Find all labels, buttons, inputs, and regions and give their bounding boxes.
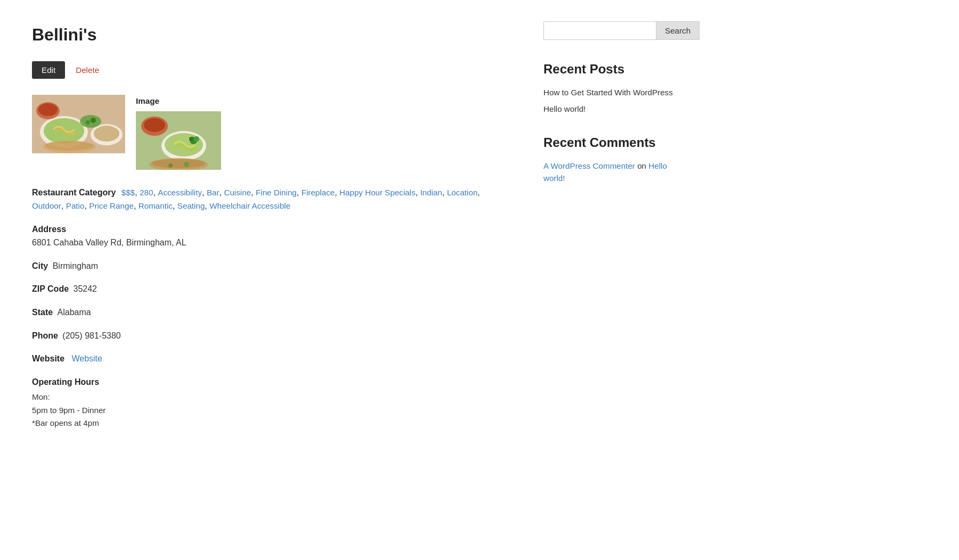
recent-post-link[interactable]: Hello world!	[543, 103, 682, 116]
image-section: Image	[136, 95, 221, 169]
city-section: City Birmingham	[32, 259, 511, 273]
category-tag[interactable]: 280	[140, 188, 153, 197]
state-value: Alabama	[58, 308, 91, 317]
category-tag[interactable]: Price Range	[89, 201, 134, 210]
category-tag[interactable]: Fireplace	[302, 188, 335, 197]
address-label: Address	[32, 225, 66, 234]
category-tag[interactable]: Accessibility	[158, 188, 202, 197]
website-link[interactable]: Website	[71, 354, 102, 363]
svg-point-7	[38, 103, 58, 116]
main-image	[32, 95, 125, 153]
edit-button[interactable]: Edit	[32, 61, 65, 79]
category-tag[interactable]: Seating	[177, 201, 205, 210]
delete-button[interactable]: Delete	[76, 61, 99, 79]
svg-point-9	[91, 118, 96, 123]
address-block: Address 6801 Cahaba Valley Rd, Birmingha…	[32, 223, 511, 250]
svg-point-24	[184, 162, 189, 167]
svg-point-23	[152, 159, 205, 168]
category-section: Restaurant Category $$$, 280, Accessibil…	[32, 186, 511, 213]
comment-item: A WordPress Commenter on Hello world!	[543, 160, 682, 185]
svg-point-20	[194, 136, 199, 142]
recent-comments-list: A WordPress Commenter on Hello world!	[543, 160, 682, 185]
recent-posts-list: How to Get Started With WordPressHello w…	[543, 87, 682, 116]
hours-line: Mon:	[32, 391, 511, 403]
svg-point-25	[168, 163, 173, 168]
search-widget: Search	[543, 21, 682, 40]
state-label: State	[32, 308, 53, 317]
website-section: Website Website	[32, 352, 511, 366]
recent-post-link[interactable]: How to Get Started With WordPress	[543, 87, 682, 99]
commenter-link[interactable]: A WordPress Commenter	[543, 161, 635, 170]
image-label: Image	[136, 95, 221, 108]
category-tag[interactable]: Outdoor	[32, 201, 61, 210]
category-tag[interactable]: Patio	[66, 201, 85, 210]
recent-posts-heading: Recent Posts	[543, 59, 682, 79]
sidebar: Search Recent Posts How to Get Started W…	[543, 21, 682, 430]
city-label: City	[32, 261, 48, 270]
phone-label: Phone	[32, 331, 58, 340]
zip-label: ZIP Code	[32, 284, 69, 293]
zip-section: ZIP Code 35242	[32, 282, 511, 296]
recent-posts-section: Recent Posts How to Get Started With Wor…	[543, 59, 682, 116]
recent-comments-heading: Recent Comments	[543, 133, 682, 153]
hours-line: *Bar opens at 4pm	[32, 417, 511, 430]
svg-point-21	[189, 137, 193, 141]
category-tag[interactable]: Wheelchair Accessible	[209, 201, 290, 210]
svg-point-8	[80, 115, 101, 128]
state-section: State Alabama	[32, 306, 511, 319]
images-row: Image	[32, 95, 511, 169]
page-title: Bellini's	[32, 21, 511, 48]
svg-point-10	[86, 120, 90, 125]
recent-comments-section: Recent Comments A WordPress Commenter on…	[543, 133, 682, 185]
category-tag[interactable]: Happy Hour Specials	[339, 188, 416, 197]
hours-text: Mon:5pm to 9pm - Dinner*Bar opens at 4pm	[32, 391, 511, 430]
city-value: Birmingham	[53, 261, 98, 270]
category-tag[interactable]: Cuisine	[224, 188, 251, 197]
svg-point-12	[45, 141, 94, 151]
hours-line: 5pm to 9pm - Dinner	[32, 404, 511, 417]
operating-hours-label: Operating Hours	[32, 375, 511, 389]
address-value: 6801 Cahaba Valley Rd, Birmingham, AL	[32, 236, 511, 250]
secondary-image	[136, 111, 221, 170]
category-tag[interactable]: Bar	[207, 188, 220, 197]
category-tag[interactable]: Indian	[420, 188, 442, 197]
phone-section: Phone (205) 981-5380	[32, 329, 511, 343]
svg-point-16	[144, 118, 165, 132]
website-label: Website	[32, 354, 64, 363]
search-form: Search	[543, 21, 682, 40]
search-input[interactable]	[543, 21, 656, 40]
main-content: Bellini's Edit Delete	[32, 21, 511, 430]
category-tag[interactable]: Romantic	[139, 201, 173, 210]
svg-point-5	[94, 126, 119, 142]
zip-value: 35242	[74, 284, 97, 293]
action-buttons: Edit Delete	[32, 61, 511, 79]
category-tag[interactable]: $$$	[121, 188, 135, 197]
phone-value: (205) 981-5380	[62, 331, 120, 340]
category-tag[interactable]: Location	[447, 188, 477, 197]
search-button[interactable]: Search	[656, 21, 700, 40]
category-tag[interactable]: Fine Dining	[256, 188, 297, 197]
operating-hours-section: Operating Hours Mon:5pm to 9pm - Dinner*…	[32, 375, 511, 430]
category-label: Restaurant Category	[32, 188, 116, 197]
